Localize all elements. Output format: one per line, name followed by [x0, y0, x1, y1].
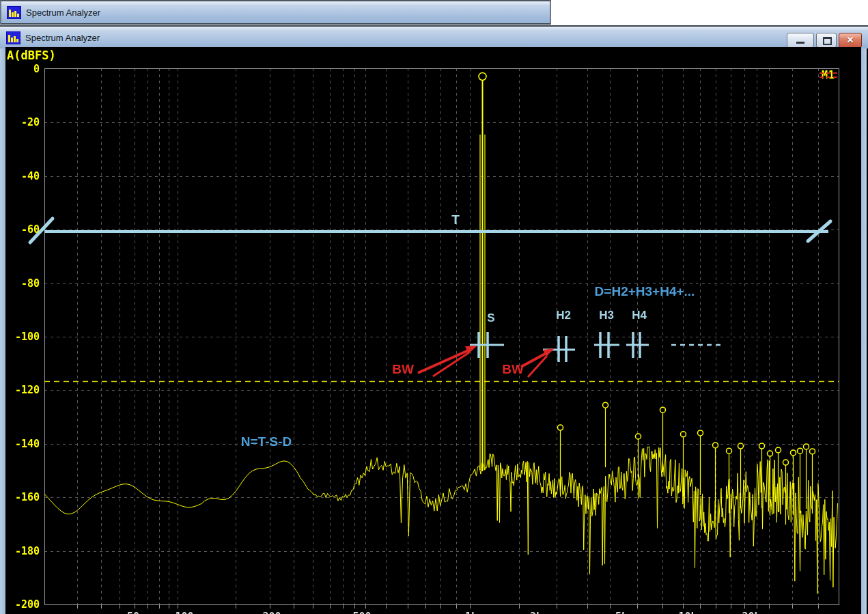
h3-label: H3	[599, 309, 614, 322]
bw-label-1: BW	[392, 362, 414, 377]
h2-marker[interactable]	[543, 336, 575, 362]
x-tick-label: 5k	[601, 611, 642, 614]
y-axis-label: A(dBFS)	[7, 48, 56, 62]
s-marker[interactable]	[470, 332, 504, 358]
distortion-formula: D=H2+H3+H4+...	[595, 284, 695, 299]
y-tick-label: -200	[4, 598, 40, 611]
bw-arrow-1	[418, 346, 477, 376]
y-tick-label: -140	[4, 438, 40, 450]
t-cursor[interactable]	[30, 219, 830, 242]
x-tick-label: 10k	[667, 611, 708, 614]
x-tick-label: 100	[164, 611, 205, 614]
y-tick-label: -100	[4, 331, 40, 343]
signal-label: S	[487, 311, 494, 325]
h2-label: H2	[556, 309, 571, 322]
y-tick-label: 0	[4, 63, 40, 75]
x-tick-label: 1k	[451, 611, 492, 614]
y-tick-label: -40	[4, 170, 40, 182]
annotation-layer	[0, 0, 868, 614]
desktop: Spectrum Analyzer Spectrum Analyzer ✕	[0, 0, 868, 614]
bw-label-2: BW	[502, 362, 524, 377]
x-tick-label: 50	[113, 611, 154, 614]
x-tick-label: 20k	[731, 611, 772, 614]
h4-marker[interactable]	[626, 332, 649, 358]
h3-marker[interactable]	[594, 332, 619, 358]
y-tick-label: -20	[4, 116, 40, 128]
marker-legend: M1	[822, 69, 835, 81]
bw-arrow-2	[521, 348, 555, 377]
y-tick-label: -180	[4, 545, 40, 557]
y-tick-label: -60	[4, 223, 40, 236]
h4-label: H4	[632, 309, 647, 322]
x-tick-label: 2k	[516, 611, 557, 614]
y-tick-label: -120	[4, 384, 40, 396]
y-tick-label: -80	[4, 277, 40, 290]
y-tick-label: -160	[4, 491, 40, 503]
t-cursor-label: T	[451, 212, 460, 227]
x-tick-label: 500	[341, 611, 382, 614]
noise-formula: N=T-S-D	[241, 434, 292, 449]
x-tick-label: 200	[251, 611, 292, 614]
